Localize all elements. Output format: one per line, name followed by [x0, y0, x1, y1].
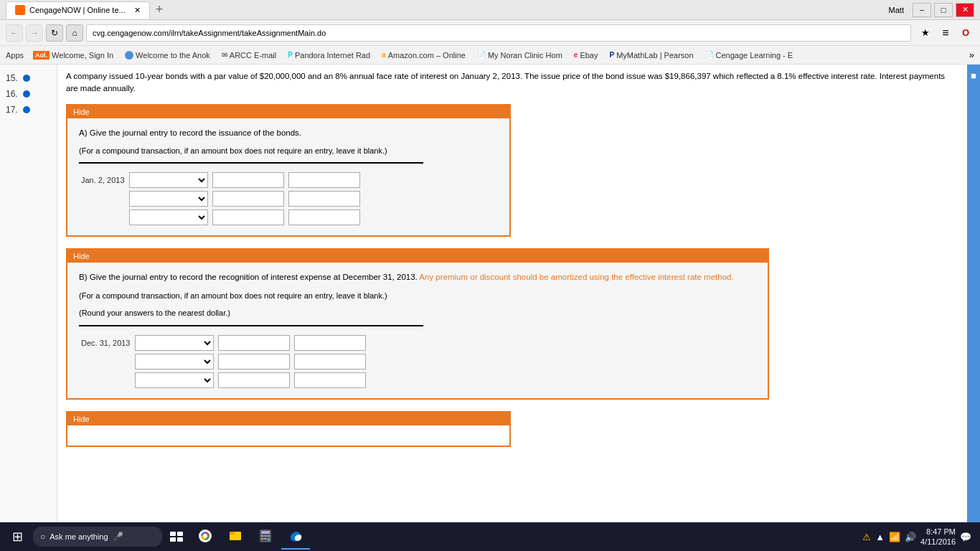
bookmarks-more-btn[interactable]: »	[969, 50, 974, 60]
section-b-header-line	[79, 325, 423, 326]
bookmark-arcc-label: ARCC E-mail	[230, 51, 276, 60]
section-a-row1-account[interactable]	[129, 172, 208, 188]
opera-icon[interactable]: O	[957, 24, 974, 42]
bookmark-amazon[interactable]: a Amazon.com – Online	[378, 50, 469, 61]
section-a-row3-account[interactable]	[129, 209, 208, 225]
section-b-row2-account[interactable]	[135, 354, 214, 369]
taskbar-explorer[interactable]	[221, 524, 250, 550]
svg-rect-9	[261, 531, 270, 534]
apps-label: Apps	[6, 51, 24, 60]
section-b-row2-credit[interactable]	[294, 354, 366, 369]
bookmark-mathlab[interactable]: P MyMathLab | Pearson	[606, 50, 697, 61]
section-a-row3-credit[interactable]	[288, 209, 360, 225]
section-b-date-label: Dec. 31, 2013	[79, 334, 133, 352]
section-a-row-3	[79, 208, 362, 227]
network-icon[interactable]: 📶	[889, 532, 900, 542]
svg-rect-2	[170, 537, 176, 542]
taskbar-date-value: 4/11/2016	[920, 537, 956, 547]
section-a-row3-debit[interactable]	[212, 209, 284, 225]
section-a-table: Jan. 2, 2013	[79, 171, 362, 227]
section-b-table: Dec. 31, 2013	[79, 334, 368, 390]
settings-icon[interactable]: ≡	[937, 24, 954, 42]
section-a-row2-credit-cell	[286, 189, 362, 208]
taskbar-tray: ⚠ ▲ 📶 🔊 8:47 PM 4/11/2016 💬	[857, 527, 977, 547]
refresh-btn[interactable]: ↻	[46, 24, 63, 42]
page-area: A company issued 10-year bonds with a pa…	[57, 65, 967, 522]
right-panel: ■	[967, 65, 980, 522]
section-b-row3-select-cell	[133, 371, 216, 390]
cortana-search[interactable]: ○ Ask me anything 🎤	[33, 527, 162, 547]
title-bar-left: CengageNOW | Online te... ✕ +	[6, 1, 163, 19]
taskbar-time[interactable]: 8:47 PM 4/11/2016	[920, 527, 956, 547]
task-view-btn[interactable]	[164, 524, 189, 550]
bookmark-aol[interactable]: Aol. Welcome, Sign In	[29, 50, 117, 61]
bookmark-cengage[interactable]: 📄 Cengage Learning - E	[702, 50, 797, 61]
start-btn[interactable]: ⊞	[3, 524, 32, 550]
section-c: Hide	[66, 411, 511, 447]
bookmark-pandora[interactable]: P Pandora Internet Rad	[284, 50, 374, 61]
section-b-row3-debit[interactable]	[218, 372, 290, 388]
sidebar-num-16: 16.	[6, 89, 20, 99]
section-a-row1-credit-cell	[286, 171, 362, 189]
close-btn[interactable]: ✕	[956, 3, 974, 17]
section-b-row3-credit-cell	[292, 371, 368, 390]
bookmark-noran[interactable]: 📄 My Noran Clinic Hom	[473, 50, 566, 61]
sidebar-item-16[interactable]: 16.	[0, 86, 57, 102]
section-b-row1-debit[interactable]	[218, 335, 290, 351]
section-a-question-text: A) Give the journal entry to record the …	[79, 128, 301, 137]
svg-rect-3	[177, 537, 183, 542]
bookmark-welcome[interactable]: Welcome to the Anok	[121, 50, 214, 61]
section-a-row2-debit[interactable]	[212, 191, 284, 207]
bookmark-arcc[interactable]: ✉ ARCC E-mail	[218, 50, 280, 61]
volume-icon[interactable]: 🔊	[905, 532, 916, 542]
svg-rect-10	[261, 535, 263, 537]
section-b-row3-credit[interactable]	[294, 372, 366, 388]
taskbar-chrome[interactable]	[191, 524, 220, 550]
section-a-row2-credit[interactable]	[288, 191, 360, 207]
address-bar[interactable]	[86, 24, 911, 42]
svg-rect-14	[265, 538, 267, 540]
section-a-row2-account[interactable]	[129, 191, 208, 207]
section-b-row3-account[interactable]	[135, 372, 214, 388]
back-btn[interactable]: ←	[6, 24, 23, 42]
bookmark-star-icon[interactable]: ★	[917, 24, 934, 42]
section-a-header-line	[79, 162, 423, 164]
bookmark-ebay[interactable]: e Ebay	[570, 50, 602, 61]
taskbar-time-value: 8:47 PM	[920, 527, 956, 537]
section-b-row1-credit[interactable]	[294, 335, 366, 351]
up-arrow-icon[interactable]: ▲	[875, 532, 885, 542]
section-a-header[interactable]: Hide	[67, 105, 509, 118]
title-bar: CengageNOW | Online te... ✕ + Matt − □ ✕	[0, 0, 980, 20]
section-a-row1-debit-cell	[210, 171, 286, 189]
notification-icon[interactable]: 💬	[960, 532, 971, 542]
tab-close-icon[interactable]: ✕	[134, 6, 141, 15]
bookmarks-bar: Apps Aol. Welcome, Sign In Welcome to th…	[0, 46, 980, 65]
sidebar-item-15[interactable]: 15.	[0, 70, 57, 86]
section-a-row1-select-cell	[127, 171, 210, 189]
tab-label: CengageNOW | Online te...	[29, 6, 126, 14]
section-a: Hide A) Give the journal entry to record…	[66, 104, 511, 237]
user-label: Matt	[889, 6, 904, 14]
taskbar-edge[interactable]	[281, 524, 310, 550]
section-b-header[interactable]: Hide	[67, 250, 768, 263]
browser-tab[interactable]: CengageNOW | Online te... ✕	[6, 1, 150, 19]
minimize-btn[interactable]: −	[913, 3, 931, 17]
sidebar-item-17[interactable]: 17.	[0, 102, 57, 118]
home-btn[interactable]: ⌂	[66, 24, 83, 42]
section-c-header[interactable]: Hide	[67, 413, 509, 425]
section-b-question: B) Give the journal entry to record the …	[79, 271, 756, 283]
new-tab-btn[interactable]: +	[156, 2, 164, 17]
section-a-row-1: Jan. 2, 2013	[79, 171, 362, 189]
svg-point-5	[203, 534, 207, 538]
cortana-label: Ask me anything	[50, 532, 108, 541]
section-b-row1-account[interactable]	[135, 335, 214, 351]
section-b-body: B) Give the journal entry to record the …	[67, 263, 768, 397]
section-a-row1-credit[interactable]	[288, 172, 360, 188]
section-b-row2-debit[interactable]	[218, 354, 290, 369]
forward-btn[interactable]: →	[26, 24, 43, 42]
content-area: 15. 16. 17. A company issued 10-year bon…	[0, 65, 980, 522]
maximize-btn[interactable]: □	[934, 3, 953, 17]
taskbar-calculator[interactable]	[251, 524, 280, 550]
section-a-row2-select-cell	[127, 189, 210, 208]
section-a-row1-debit[interactable]	[212, 172, 284, 188]
